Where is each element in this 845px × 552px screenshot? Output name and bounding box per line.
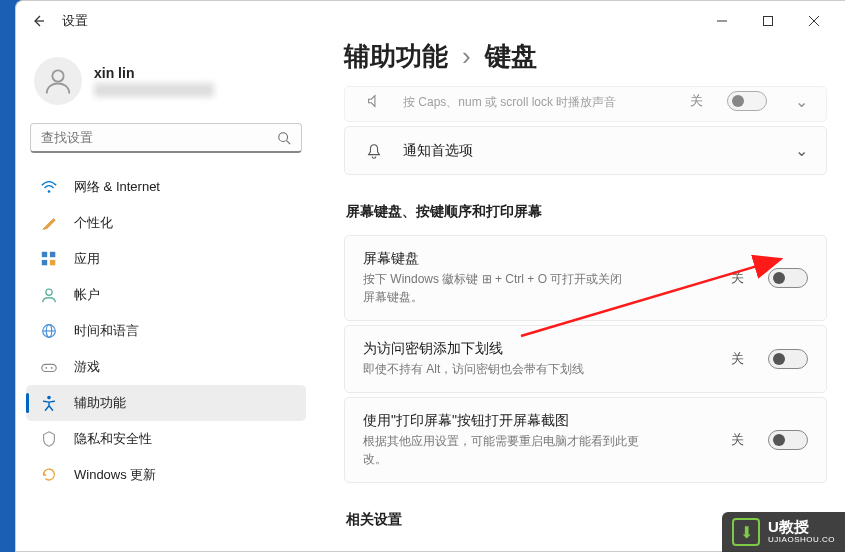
gaming-icon — [40, 358, 58, 376]
svg-point-2 — [279, 132, 288, 141]
svg-rect-0 — [764, 17, 773, 26]
globe-icon — [40, 322, 58, 340]
sidebar-item-network[interactable]: 网络 & Internet — [26, 169, 306, 205]
underline-desc: 即使不持有 Alt，访问密钥也会带有下划线 — [363, 360, 713, 378]
sidebar-item-apps[interactable]: 应用 — [26, 241, 306, 277]
profile-info: xin lin — [94, 65, 214, 97]
sidebar-item-label: 应用 — [74, 250, 100, 268]
sidebar-item-personalization[interactable]: 个性化 — [26, 205, 306, 241]
osk-desc: 按下 Windows 徽标键 ⊞ + Ctrl + O 可打开或关闭屏幕键盘。 — [363, 270, 633, 306]
watermark-logo-icon: ⬇ — [732, 518, 760, 546]
caps-lock-sound-card[interactable]: 按 Caps、num 或 scroll lock 时播放声音 关 ⌄ — [344, 86, 827, 122]
svg-point-8 — [46, 289, 52, 295]
minimize-icon — [717, 16, 727, 26]
breadcrumb: 辅助功能 › 键盘 — [344, 41, 827, 74]
watermark-main: U教授 — [768, 519, 835, 536]
profile-name: xin lin — [94, 65, 214, 81]
search-input[interactable] — [41, 130, 277, 145]
svg-rect-6 — [42, 260, 47, 265]
maximize-button[interactable] — [745, 5, 791, 37]
shield-icon — [40, 430, 58, 448]
sound-icon — [363, 92, 385, 110]
svg-rect-5 — [50, 252, 55, 257]
osk-title: 屏幕键盘 — [363, 250, 713, 268]
sidebar-item-label: 游戏 — [74, 358, 100, 376]
sidebar-item-label: 辅助功能 — [74, 394, 126, 412]
sidebar-item-label: 帐户 — [74, 286, 100, 304]
breadcrumb-parent[interactable]: 辅助功能 — [344, 41, 448, 74]
sidebar-item-label: 隐私和安全性 — [74, 430, 152, 448]
sidebar-item-update[interactable]: Windows 更新 — [26, 457, 306, 493]
svg-point-3 — [48, 190, 51, 193]
prtsc-desc: 根据其他应用设置，可能需要重启电脑才能看到此更改。 — [363, 432, 653, 468]
bell-icon — [363, 142, 385, 160]
window-controls — [699, 5, 837, 37]
onscreen-keyboard-card: 屏幕键盘 按下 Windows 徽标键 ⊞ + Ctrl + O 可打开或关闭屏… — [344, 235, 827, 321]
nav-list: 网络 & Internet 个性化 应用 帐户 时间和语言 — [26, 169, 306, 493]
printscreen-card: 使用"打印屏幕"按钮打开屏幕截图 根据其他应用设置，可能需要重启电脑才能看到此更… — [344, 397, 827, 483]
sidebar-item-accessibility[interactable]: 辅助功能 — [26, 385, 306, 421]
search-icon — [277, 131, 291, 145]
svg-rect-7 — [50, 260, 55, 265]
underline-toggle[interactable] — [768, 349, 808, 369]
search-box[interactable] — [30, 123, 302, 153]
prtsc-toggle[interactable] — [768, 430, 808, 450]
svg-point-14 — [47, 396, 51, 400]
svg-point-12 — [45, 367, 47, 369]
update-icon — [40, 466, 58, 484]
prtsc-state: 关 — [731, 431, 744, 449]
osk-state: 关 — [731, 269, 744, 287]
caps-desc: 按 Caps、num 或 scroll lock 时播放声音 — [403, 93, 672, 111]
caps-toggle[interactable] — [727, 91, 767, 111]
sidebar-item-label: 个性化 — [74, 214, 113, 232]
close-button[interactable] — [791, 5, 837, 37]
underline-state: 关 — [731, 350, 744, 368]
settings-window: 设置 xin lin — [15, 0, 845, 552]
titlebar: 设置 — [16, 1, 845, 41]
sidebar-item-label: 网络 & Internet — [74, 178, 160, 196]
wifi-icon — [40, 178, 58, 196]
person-icon — [43, 66, 73, 96]
sidebar-item-accounts[interactable]: 帐户 — [26, 277, 306, 313]
accessibility-icon — [40, 394, 58, 412]
content-area: xin lin 网络 & Internet 个性化 — [16, 41, 845, 551]
back-arrow-icon — [30, 13, 46, 29]
back-button[interactable] — [24, 7, 52, 35]
avatar — [34, 57, 82, 105]
sidebar-item-time-language[interactable]: 时间和语言 — [26, 313, 306, 349]
brush-icon — [40, 214, 58, 232]
chevron-down-icon: ⌄ — [795, 92, 808, 111]
osk-toggle[interactable] — [768, 268, 808, 288]
svg-rect-4 — [42, 252, 47, 257]
underline-access-keys-card: 为访问密钥添加下划线 即使不持有 Alt，访问密钥也会带有下划线 关 — [344, 325, 827, 393]
underline-title: 为访问密钥添加下划线 — [363, 340, 713, 358]
breadcrumb-separator: › — [462, 41, 471, 72]
watermark: ⬇ U教授 UJIAOSHOU.CO — [722, 512, 845, 552]
watermark-sub: UJIAOSHOU.CO — [768, 536, 835, 545]
sidebar-item-label: 时间和语言 — [74, 322, 139, 340]
notification-preferences-card[interactable]: 通知首选项 ⌄ — [344, 126, 827, 175]
apps-icon — [40, 250, 58, 268]
svg-point-13 — [51, 367, 53, 369]
account-icon — [40, 286, 58, 304]
notify-title: 通知首选项 — [403, 142, 777, 160]
maximize-icon — [763, 16, 773, 26]
breadcrumb-current: 键盘 — [485, 41, 537, 74]
sidebar-item-gaming[interactable]: 游戏 — [26, 349, 306, 385]
sidebar-item-privacy[interactable]: 隐私和安全性 — [26, 421, 306, 457]
app-title: 设置 — [62, 12, 88, 30]
close-icon — [809, 16, 819, 26]
sidebar: xin lin 网络 & Internet 个性化 — [16, 41, 316, 551]
section-osk-title: 屏幕键盘、按键顺序和打印屏幕 — [346, 203, 827, 221]
chevron-down-icon: ⌄ — [795, 141, 808, 160]
minimize-button[interactable] — [699, 5, 745, 37]
svg-rect-11 — [42, 364, 56, 371]
user-profile[interactable]: xin lin — [26, 51, 306, 117]
profile-email — [94, 83, 214, 97]
svg-point-1 — [52, 70, 63, 81]
sidebar-item-label: Windows 更新 — [74, 466, 156, 484]
caps-state: 关 — [690, 92, 703, 110]
main-panel: 辅助功能 › 键盘 按 Caps、num 或 scroll lock 时播放声音… — [316, 41, 845, 551]
prtsc-title: 使用"打印屏幕"按钮打开屏幕截图 — [363, 412, 713, 430]
